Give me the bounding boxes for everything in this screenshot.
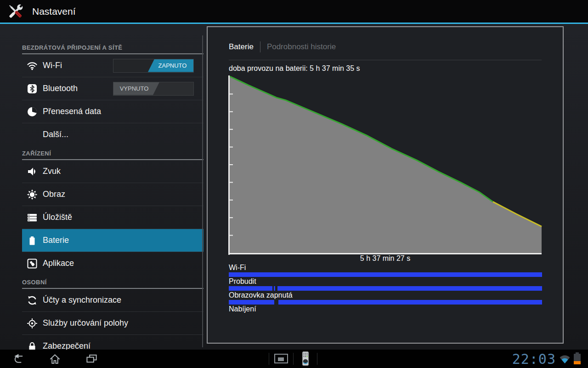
section-header-label: ZAŘÍZENÍ [22,150,51,157]
screenshot-icon[interactable] [274,354,288,363]
battery-status-icon [574,354,581,364]
wifi-icon [27,60,38,71]
sidebar-item-label: Přenesená data [43,107,101,116]
sidebar-item-display[interactable]: Obraz [22,183,204,206]
timeline-row-screen-on: Obrazovka zapnutá [229,291,542,305]
data-usage-icon [27,106,38,117]
sidebar-item-location[interactable]: Služby určování polohy [22,312,204,335]
battery-status-fill [574,361,581,364]
timeline-label: Wi-Fi [229,264,542,271]
wifi-toggle-state: ZAPNUTO [148,59,193,72]
sidebar-item-label: Obraz [43,190,65,199]
sidebar-item-accounts-sync[interactable]: Účty a synchronizace [22,289,204,312]
apps-icon [27,258,38,269]
home-icon[interactable] [49,353,61,365]
battery-icon [27,235,38,246]
timeline-row-wifi: Wi-Fi [229,264,542,277]
settings-content: BEZDRÁTOVÁ PŘIPOJENÍ A SÍTĚ Wi-Fi ZAPNUT… [0,24,588,350]
sidebar-item-bluetooth[interactable]: Bluetooth VYPNUTO [22,77,204,100]
section-header-personal: OSOBNÍ [22,275,204,289]
sidebar-item-label: Další... [43,130,68,139]
timeline-bar-wifi [229,272,542,277]
sidebar-item-label: Aplikace [43,259,74,268]
timeline-bar-charging [229,314,542,318]
location-icon [27,318,38,329]
status-cluster[interactable]: 22:03 [512,350,581,368]
sidebar-item-sound[interactable]: Zvuk [22,160,204,183]
sidebar-item-storage[interactable]: Úložiště [22,206,204,229]
sidebar-item-label: Úložiště [43,213,72,222]
sidebar-item-label: Zvuk [43,167,61,176]
system-bar: 22:03 [0,350,588,368]
sidebar-scrollbar[interactable] [202,35,203,347]
battery-status-cap [576,352,579,354]
section-header-label: BEZDRÁTOVÁ PŘIPOJENÍ A SÍTĚ [22,44,122,51]
wifi-status-icon [559,354,571,364]
page-title: Nastavení [32,6,76,17]
timeline: Wi-Fi Probudit Obrazovka zapnutá Nabíjen… [229,264,542,319]
sidebar-item-label: Služby určování polohy [43,318,128,328]
timeline-label: Probudit [229,277,542,285]
bluetooth-toggle-state: VYPNUTO [113,82,159,95]
sidebar-item-more[interactable]: Další... [22,123,204,146]
storage-icon [27,212,38,223]
timeline-row-awake: Probudit [229,277,542,291]
tray-separator [269,353,269,365]
bluetooth-toggle[interactable]: VYPNUTO [113,82,194,96]
sidebar-item-label: Bluetooth [43,84,78,93]
tab-battery[interactable]: Baterie [229,42,254,52]
sidebar-item-label: Zabezpečení [43,341,90,350]
action-bar: Nastavení [0,0,588,23]
timeline-row-charging: Nabíjení [229,305,542,319]
bluetooth-icon [27,83,38,94]
battery-runtime-label: doba provozu na baterii: 5 h 37 min 35 s [229,64,360,73]
sidebar-item-apps[interactable]: Aplikace [22,252,204,275]
sidebar-item-battery[interactable]: Baterie [22,229,204,252]
tab-rule [229,60,542,60]
tab-divider [260,41,260,52]
sidebar-item-label: Účty a synchronizace [43,295,121,305]
chart-duration-label: 5 h 37 min 27 s [208,254,563,263]
screenshot-icon-inner [278,357,284,361]
tab-history-details[interactable]: Podrobnosti historie [267,42,336,52]
brightness-icon [27,189,38,200]
timeline-label: Obrazovka zapnutá [229,291,542,299]
sidebar-item-security[interactable]: Zabezpečení [22,335,204,350]
timeline-label: Nabíjení [229,305,542,313]
section-header-label: OSOBNÍ [22,279,47,286]
sidebar-item-label: Wi-Fi [43,61,62,70]
sync-icon [27,295,38,306]
lock-icon [27,341,38,350]
battery-history-chart[interactable] [228,75,543,255]
tray-separator [317,353,317,365]
settings-tools-icon [6,1,26,22]
section-header-wireless: BEZDRÁTOVÁ PŘIPOJENÍ A SÍTĚ [22,24,204,54]
timeline-bar-awake [229,286,542,291]
settings-nav: BEZDRÁTOVÁ PŘIPOJENÍ A SÍTĚ Wi-Fi ZAPNUT… [22,24,204,350]
tray-separator [293,353,294,365]
back-icon[interactable] [12,353,24,365]
tab-bar: Baterie Podrobnosti historie [229,41,336,53]
wifi-toggle[interactable]: ZAPNUTO [113,59,194,73]
sidebar-item-data-usage[interactable]: Přenesená data [22,100,204,123]
recents-icon[interactable] [85,353,98,365]
sound-icon [27,166,38,177]
section-header-device: ZAŘÍZENÍ [22,146,204,160]
sidebar-item-label: Baterie [43,236,69,245]
battery-panel: Baterie Podrobnosti historie doba provoz… [207,26,564,344]
dock-device-icon[interactable] [302,351,309,366]
clock: 22:03 [512,351,556,367]
timeline-bar-screen-on [229,300,542,305]
sidebar-item-wifi[interactable]: Wi-Fi ZAPNUTO [22,54,204,77]
